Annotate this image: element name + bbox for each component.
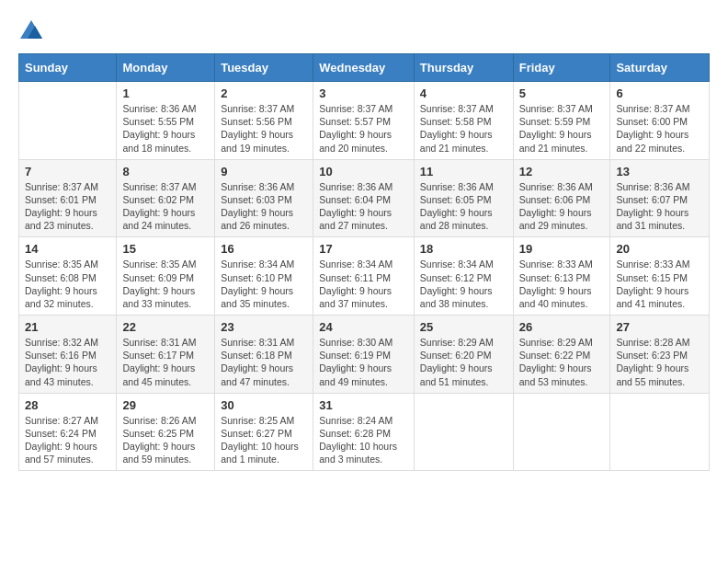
day-info: Sunrise: 8:32 AM Sunset: 6:16 PM Dayligh…	[25, 336, 110, 388]
day-info: Sunrise: 8:37 AM Sunset: 5:59 PM Dayligh…	[519, 102, 605, 155]
day-info: Sunrise: 8:34 AM Sunset: 6:11 PM Dayligh…	[319, 258, 408, 310]
day-info: Sunrise: 8:36 AM Sunset: 6:04 PM Dayligh…	[319, 180, 408, 233]
day-info: Sunrise: 8:36 AM Sunset: 5:55 PM Dayligh…	[122, 102, 209, 155]
calendar-cell: 19Sunrise: 8:33 AM Sunset: 6:13 PM Dayli…	[513, 237, 610, 316]
day-info: Sunrise: 8:24 AM Sunset: 6:28 PM Dayligh…	[319, 414, 408, 466]
calendar-cell: 30Sunrise: 8:25 AM Sunset: 6:27 PM Dayli…	[215, 393, 313, 471]
column-header-monday: Monday	[117, 54, 215, 82]
day-number: 31	[319, 398, 408, 412]
calendar-cell: 2Sunrise: 8:37 AM Sunset: 5:56 PM Daylig…	[215, 82, 313, 160]
day-number: 17	[319, 242, 408, 256]
day-number: 30	[221, 398, 307, 412]
day-number: 13	[616, 165, 703, 178]
day-number: 9	[221, 165, 307, 178]
day-number: 4	[420, 86, 507, 100]
day-number: 16	[221, 242, 307, 256]
calendar-cell: 8Sunrise: 8:37 AM Sunset: 6:02 PM Daylig…	[117, 159, 215, 237]
day-number: 10	[319, 165, 408, 178]
calendar-cell: 6Sunrise: 8:37 AM Sunset: 6:00 PM Daylig…	[610, 82, 710, 160]
day-info: Sunrise: 8:33 AM Sunset: 6:15 PM Dayligh…	[616, 258, 703, 310]
calendar-cell: 24Sunrise: 8:30 AM Sunset: 6:19 PM Dayli…	[313, 316, 415, 394]
calendar-cell: 28Sunrise: 8:27 AM Sunset: 6:24 PM Dayli…	[19, 393, 117, 471]
day-number: 18	[420, 242, 507, 256]
calendar-cell: 10Sunrise: 8:36 AM Sunset: 6:04 PM Dayli…	[313, 159, 415, 237]
day-number: 1	[122, 86, 209, 100]
calendar-cell: 3Sunrise: 8:37 AM Sunset: 5:57 PM Daylig…	[313, 82, 415, 160]
calendar-cell: 21Sunrise: 8:32 AM Sunset: 6:16 PM Dayli…	[19, 316, 117, 394]
day-info: Sunrise: 8:37 AM Sunset: 6:01 PM Dayligh…	[25, 180, 110, 233]
calendar-table: SundayMondayTuesdayWednesdayThursdayFrid…	[18, 53, 710, 471]
calendar-cell	[610, 393, 710, 471]
calendar-cell	[414, 393, 513, 471]
day-number: 11	[420, 165, 507, 178]
calendar-cell: 25Sunrise: 8:29 AM Sunset: 6:20 PM Dayli…	[414, 316, 513, 394]
calendar-cell: 5Sunrise: 8:37 AM Sunset: 5:59 PM Daylig…	[513, 82, 610, 160]
calendar-cell: 15Sunrise: 8:35 AM Sunset: 6:09 PM Dayli…	[117, 237, 215, 316]
header-row: SundayMondayTuesdayWednesdayThursdayFrid…	[19, 54, 710, 82]
day-info: Sunrise: 8:25 AM Sunset: 6:27 PM Dayligh…	[221, 414, 307, 466]
day-info: Sunrise: 8:31 AM Sunset: 6:18 PM Dayligh…	[221, 336, 307, 388]
day-info: Sunrise: 8:36 AM Sunset: 6:06 PM Dayligh…	[519, 180, 605, 233]
column-header-wednesday: Wednesday	[313, 54, 415, 82]
day-info: Sunrise: 8:36 AM Sunset: 6:07 PM Dayligh…	[616, 180, 703, 233]
calendar-cell: 22Sunrise: 8:31 AM Sunset: 6:17 PM Dayli…	[117, 316, 215, 394]
day-number: 19	[519, 242, 605, 256]
day-number: 6	[616, 86, 703, 100]
page-header	[18, 18, 710, 44]
day-number: 28	[25, 398, 110, 412]
calendar-body: 1Sunrise: 8:36 AM Sunset: 5:55 PM Daylig…	[19, 82, 710, 471]
day-info: Sunrise: 8:36 AM Sunset: 6:05 PM Dayligh…	[420, 180, 507, 233]
day-info: Sunrise: 8:31 AM Sunset: 6:17 PM Dayligh…	[122, 336, 209, 388]
day-number: 27	[616, 320, 703, 334]
day-info: Sunrise: 8:35 AM Sunset: 6:08 PM Dayligh…	[25, 258, 110, 310]
day-info: Sunrise: 8:30 AM Sunset: 6:19 PM Dayligh…	[319, 336, 408, 388]
calendar-cell: 7Sunrise: 8:37 AM Sunset: 6:01 PM Daylig…	[19, 159, 117, 237]
day-info: Sunrise: 8:37 AM Sunset: 5:56 PM Dayligh…	[221, 102, 307, 155]
day-info: Sunrise: 8:37 AM Sunset: 5:58 PM Dayligh…	[420, 102, 507, 155]
day-number: 8	[122, 165, 209, 178]
calendar-cell: 13Sunrise: 8:36 AM Sunset: 6:07 PM Dayli…	[610, 159, 710, 237]
calendar-cell: 16Sunrise: 8:34 AM Sunset: 6:10 PM Dayli…	[215, 237, 313, 316]
day-info: Sunrise: 8:27 AM Sunset: 6:24 PM Dayligh…	[25, 414, 110, 466]
day-number: 5	[519, 86, 605, 100]
column-header-sunday: Sunday	[19, 54, 117, 82]
day-info: Sunrise: 8:26 AM Sunset: 6:25 PM Dayligh…	[122, 414, 209, 466]
calendar-cell: 14Sunrise: 8:35 AM Sunset: 6:08 PM Dayli…	[19, 237, 117, 316]
day-info: Sunrise: 8:34 AM Sunset: 6:10 PM Dayligh…	[221, 258, 307, 310]
calendar-cell: 11Sunrise: 8:36 AM Sunset: 6:05 PM Dayli…	[414, 159, 513, 237]
column-header-thursday: Thursday	[414, 54, 513, 82]
calendar-cell: 9Sunrise: 8:36 AM Sunset: 6:03 PM Daylig…	[215, 159, 313, 237]
logo	[18, 18, 48, 44]
calendar-cell: 18Sunrise: 8:34 AM Sunset: 6:12 PM Dayli…	[414, 237, 513, 316]
day-number: 20	[616, 242, 703, 256]
column-header-saturday: Saturday	[610, 54, 710, 82]
day-info: Sunrise: 8:33 AM Sunset: 6:13 PM Dayligh…	[519, 258, 605, 310]
day-number: 25	[420, 320, 507, 334]
calendar-row-1: 7Sunrise: 8:37 AM Sunset: 6:01 PM Daylig…	[19, 159, 710, 237]
day-info: Sunrise: 8:29 AM Sunset: 6:22 PM Dayligh…	[519, 336, 605, 388]
calendar-row-3: 21Sunrise: 8:32 AM Sunset: 6:16 PM Dayli…	[19, 316, 710, 394]
calendar-cell: 29Sunrise: 8:26 AM Sunset: 6:25 PM Dayli…	[117, 393, 215, 471]
day-info: Sunrise: 8:37 AM Sunset: 5:57 PM Dayligh…	[319, 102, 408, 155]
day-info: Sunrise: 8:36 AM Sunset: 6:03 PM Dayligh…	[221, 180, 307, 233]
calendar-row-0: 1Sunrise: 8:36 AM Sunset: 5:55 PM Daylig…	[19, 82, 710, 160]
day-number: 3	[319, 86, 408, 100]
calendar-cell: 4Sunrise: 8:37 AM Sunset: 5:58 PM Daylig…	[414, 82, 513, 160]
day-number: 26	[519, 320, 605, 334]
day-number: 29	[122, 398, 209, 412]
day-number: 21	[25, 320, 110, 334]
calendar-cell: 20Sunrise: 8:33 AM Sunset: 6:15 PM Dayli…	[610, 237, 710, 316]
day-number: 14	[25, 242, 110, 256]
day-number: 24	[319, 320, 408, 334]
day-info: Sunrise: 8:34 AM Sunset: 6:12 PM Dayligh…	[420, 258, 507, 310]
calendar-cell: 17Sunrise: 8:34 AM Sunset: 6:11 PM Dayli…	[313, 237, 415, 316]
day-number: 12	[519, 165, 605, 178]
day-info: Sunrise: 8:28 AM Sunset: 6:23 PM Dayligh…	[616, 336, 703, 388]
day-number: 2	[221, 86, 307, 100]
calendar-cell: 1Sunrise: 8:36 AM Sunset: 5:55 PM Daylig…	[117, 82, 215, 160]
day-number: 15	[122, 242, 209, 256]
calendar-cell: 27Sunrise: 8:28 AM Sunset: 6:23 PM Dayli…	[610, 316, 710, 394]
day-number: 22	[122, 320, 209, 334]
column-header-friday: Friday	[513, 54, 610, 82]
calendar-row-2: 14Sunrise: 8:35 AM Sunset: 6:08 PM Dayli…	[19, 237, 710, 316]
